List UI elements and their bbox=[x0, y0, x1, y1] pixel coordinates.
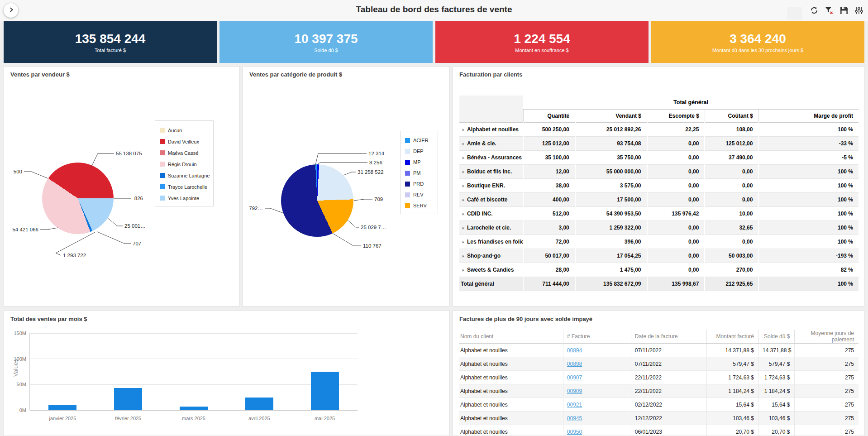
legend-item[interactable]: Suzanne Lantagne bbox=[160, 170, 211, 181]
invoice-link[interactable]: 00921 bbox=[567, 402, 582, 408]
expand-caret-icon[interactable] bbox=[463, 241, 464, 244]
table-row: Alphabet et nouilles0094512/12/2022103,4… bbox=[459, 412, 858, 425]
expand-caret-icon[interactable] bbox=[463, 185, 464, 187]
invoice-link[interactable]: 00909 bbox=[567, 388, 582, 394]
kpi-value: 1 224 554 bbox=[514, 32, 570, 46]
value-cell: 14 371,88 $ bbox=[707, 344, 759, 357]
value-cell: 0,00 bbox=[647, 221, 705, 235]
client-name: Sweets & Candies bbox=[467, 267, 514, 273]
value-cell: 00945 bbox=[563, 412, 631, 425]
kpi-row: 135 854 244 Total facturé $ 10 397 375 S… bbox=[4, 21, 864, 63]
invoice-link[interactable]: 00898 bbox=[567, 361, 582, 367]
category-pie-chart[interactable] bbox=[281, 164, 353, 237]
column-header[interactable]: Nom du client bbox=[459, 330, 563, 344]
total-row[interactable]: Total général711 444,00135 832 672,09135… bbox=[459, 277, 858, 291]
legend-item[interactable]: PRD bbox=[405, 178, 436, 189]
legend-item[interactable]: Trayce Larochelle bbox=[160, 181, 211, 192]
value-cell: 100 % bbox=[758, 165, 858, 179]
legend-item[interactable]: Régis Drouin bbox=[160, 158, 211, 170]
y-tick-label: 150M bbox=[14, 331, 26, 336]
value-cell: 100 % bbox=[758, 221, 858, 235]
client-name-cell: Sweets & Candies bbox=[459, 263, 523, 277]
clear-filters-icon[interactable] bbox=[825, 6, 834, 15]
legend-item[interactable]: PM bbox=[405, 168, 436, 178]
settings-sliders-icon[interactable] bbox=[854, 6, 863, 15]
bar[interactable] bbox=[311, 372, 339, 410]
column-header[interactable]: Solde dû $ bbox=[758, 330, 794, 344]
column-header[interactable]: Moyenne jours de paiement bbox=[795, 330, 858, 344]
bar[interactable] bbox=[245, 398, 273, 410]
client-name-cell: Shop-and-go bbox=[459, 249, 523, 263]
value-cell: 125 012,00 bbox=[705, 137, 758, 151]
bar[interactable] bbox=[114, 388, 142, 410]
legend-label: MP bbox=[413, 159, 421, 165]
table-row[interactable]: Shop-and-go50 017,0017 054,250,0050 003,… bbox=[459, 249, 858, 263]
column-header[interactable]: Montant facturé bbox=[707, 330, 759, 344]
column-header[interactable]: Quantité bbox=[523, 110, 575, 123]
table-row[interactable]: CDID INC.512,0054 390 953,50135 976,4210… bbox=[459, 207, 858, 221]
value-cell: 00950 bbox=[563, 425, 631, 436]
legend-item[interactable]: MP bbox=[405, 157, 436, 168]
expand-caret-icon[interactable] bbox=[463, 143, 464, 145]
value-cell: 100 % bbox=[758, 207, 858, 221]
gridline bbox=[30, 359, 358, 359]
expand-caret-icon[interactable] bbox=[463, 269, 464, 272]
expand-caret-icon[interactable] bbox=[463, 129, 464, 131]
column-header[interactable]: Escompte $ bbox=[647, 110, 705, 123]
legend-swatch bbox=[160, 173, 165, 178]
client-name-cell: Café et biscotte bbox=[459, 193, 523, 207]
value-cell: 108,00 bbox=[705, 123, 758, 137]
panel-overdue-invoices: Factures de plus de 90 jours avec solde … bbox=[453, 311, 864, 436]
column-header[interactable]: Coûtant $ bbox=[705, 110, 758, 123]
table-row[interactable]: Boutique ENR.38,003 575,000,000,00100 % bbox=[459, 179, 858, 193]
legend-item[interactable]: DEP bbox=[405, 146, 436, 157]
table-row[interactable]: Sweets & Candies28,001 475,000,00270,008… bbox=[459, 263, 858, 277]
expand-caret-icon[interactable] bbox=[463, 171, 464, 173]
vendor-pie-chart[interactable] bbox=[42, 163, 114, 234]
invoice-link[interactable]: 00907 bbox=[567, 374, 582, 381]
expand-caret-icon[interactable] bbox=[463, 255, 464, 258]
table-row[interactable]: Amie & cie.125 012,0093 754,080,00125 01… bbox=[459, 137, 858, 151]
expand-caret-icon[interactable] bbox=[463, 213, 464, 216]
table-row[interactable]: Bénéva - Assurances35 100,0035 750,000,0… bbox=[459, 151, 858, 165]
column-header[interactable]: Vendant $ bbox=[575, 110, 647, 123]
bar[interactable] bbox=[48, 405, 76, 410]
legend-item[interactable]: ACIER bbox=[405, 135, 436, 146]
legend-item[interactable]: Maéva Cassé bbox=[160, 147, 211, 158]
value-cell: -193 % bbox=[758, 249, 858, 263]
table-row[interactable]: Les friandises en folies72,00396,000,000… bbox=[459, 235, 858, 249]
matrix-corner-cell bbox=[459, 96, 523, 110]
pie-callout-label: 8 256 bbox=[369, 160, 382, 165]
expand-caret-icon[interactable] bbox=[463, 199, 464, 201]
invoice-link[interactable]: 00894 bbox=[567, 347, 582, 354]
value-cell: 22/11/2022 bbox=[631, 371, 707, 384]
refresh-icon[interactable] bbox=[810, 6, 819, 15]
expand-caret-icon[interactable] bbox=[463, 157, 464, 159]
legend-swatch bbox=[160, 184, 165, 189]
table-row[interactable]: Bolduc et fils inc.12,0055 000 000,000,0… bbox=[459, 165, 858, 179]
table-row[interactable]: Larochelle et cie.3,001 259 322,000,0032… bbox=[459, 221, 858, 235]
bar[interactable] bbox=[180, 407, 208, 410]
kpi-card: 10 397 375 Solde dû $ bbox=[219, 21, 433, 63]
legend-item[interactable]: Aucun bbox=[160, 125, 211, 136]
value-cell: 1 724,63 $ bbox=[758, 371, 794, 384]
column-header[interactable]: Date de la facture bbox=[631, 330, 707, 344]
legend-item[interactable]: David Veilleux bbox=[160, 136, 211, 147]
column-header[interactable]: # Facture bbox=[563, 330, 631, 344]
invoice-link[interactable]: 00945 bbox=[567, 415, 582, 422]
client-name: Amie & cie. bbox=[467, 140, 496, 147]
value-cell: 0,00 bbox=[647, 179, 705, 193]
pie-callout-label: 31 258 522 bbox=[358, 169, 384, 175]
save-icon[interactable] bbox=[839, 6, 849, 15]
legend-item[interactable]: Yves Lapointe bbox=[160, 192, 211, 204]
legend-item[interactable]: REV bbox=[405, 189, 436, 200]
legend-label: Yves Lapointe bbox=[168, 196, 199, 201]
table-row[interactable]: Alphabet et nouilles500 250,0025 012 892… bbox=[459, 123, 858, 137]
legend-item[interactable]: SERV bbox=[405, 200, 436, 211]
pie-callout-label: 709 bbox=[374, 196, 383, 202]
value-cell: 72,00 bbox=[523, 235, 575, 249]
invoice-link[interactable]: 00950 bbox=[567, 429, 582, 435]
expand-caret-icon[interactable] bbox=[463, 227, 464, 230]
table-row[interactable]: Café et biscotte400,0017 500,000,000,001… bbox=[459, 193, 858, 207]
column-header[interactable]: Marge de profit bbox=[758, 110, 858, 123]
